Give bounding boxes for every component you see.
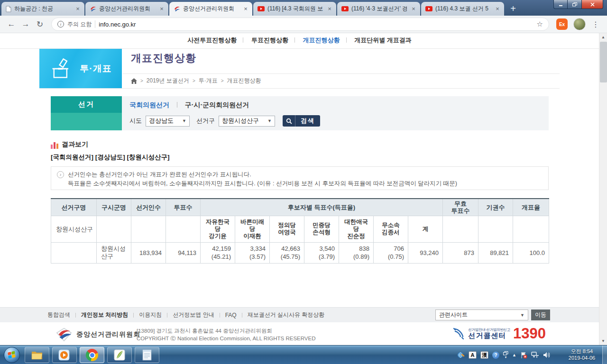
breadcrumb: > 2019년 보궐선거 > 투·개표 > 개표진행상황 xyxy=(131,77,261,85)
home-icon[interactable] xyxy=(131,78,137,84)
breadcrumb-item[interactable]: 2019년 보궐선거 xyxy=(147,77,189,85)
vote-pct: (45.21) xyxy=(201,253,231,261)
call-center-number: 1390 xyxy=(513,325,546,342)
browser-tab[interactable]: (116) 4.3 보궐 선거 5 × xyxy=(421,2,504,16)
col-header-invalid: 무효투표수 xyxy=(443,199,478,216)
results-table: 선거구명 구시군명 선거인수 투표수 후보자별 득표수(득표율) 무효투표수 기… xyxy=(51,198,549,264)
search-button[interactable]: 검색 xyxy=(283,115,320,127)
language-bar-icon[interactable] xyxy=(457,351,465,359)
browser-tab[interactable]: (116) '4·3 보궐선거' 경 × xyxy=(337,2,420,16)
back-icon[interactable]: ← xyxy=(5,18,18,31)
arrow-circle-icon: › xyxy=(57,171,64,178)
candidate-name: 진순정 xyxy=(339,233,373,240)
tab-local-council-election[interactable]: 구·시·군의회의원선거 xyxy=(185,101,249,109)
breadcrumb-item[interactable]: 개표진행상황 xyxy=(227,77,261,85)
action-center-flag-icon[interactable] xyxy=(520,352,527,359)
footer-link-privacy[interactable]: 개인정보 처리방침 xyxy=(81,311,128,319)
show-desktop-button[interactable] xyxy=(602,346,607,364)
footer-link-faq[interactable]: FAQ xyxy=(225,312,237,318)
tab-title: 하늘공간 : 천공 xyxy=(14,5,71,13)
footer-separator xyxy=(133,313,134,318)
candidate-name: 손석형 xyxy=(304,229,339,236)
go-button[interactable]: 이동 xyxy=(531,309,550,320)
ime-hanja-indicator[interactable]: 漢 xyxy=(480,351,488,359)
divider xyxy=(39,88,560,89)
scrollbar-thumb[interactable] xyxy=(600,42,607,82)
empty-cell xyxy=(513,216,549,242)
count-rate-cell: 100.0 xyxy=(513,242,549,263)
browser-tab[interactable]: 하늘공간 : 천공 × xyxy=(1,2,84,16)
taskbar-media-player-button[interactable] xyxy=(52,347,77,363)
scroll-down-icon[interactable]: ▼ xyxy=(599,337,607,345)
breadcrumb-item[interactable]: 투·개표 xyxy=(199,77,218,85)
taskbar-clock[interactable]: 오전 8:54 2019-04-06 xyxy=(563,348,600,361)
site-info-icon[interactable]: i xyxy=(57,21,64,27)
sido-select[interactable]: 경상남도▼ xyxy=(146,116,190,127)
vote-count: 3,540 xyxy=(304,245,335,253)
candidate-cell: 대한애국당진순정 xyxy=(339,216,374,242)
tab-close-icon[interactable]: × xyxy=(242,5,249,13)
network-icon[interactable] xyxy=(531,352,539,358)
windows-logo-icon xyxy=(8,351,16,359)
candidate-votes-cell: 42,663(45.75) xyxy=(270,242,304,263)
taskbar-explorer-button[interactable] xyxy=(25,347,49,363)
extension-icon[interactable]: Ex xyxy=(556,18,568,30)
volume-icon[interactable] xyxy=(543,352,550,358)
tab-close-icon[interactable]: × xyxy=(494,5,501,13)
chrome-icon xyxy=(86,349,98,361)
forward-icon[interactable]: → xyxy=(19,18,32,31)
empty-cell xyxy=(478,216,513,242)
tab-national-assembly-election[interactable]: 국회의원선거 xyxy=(129,101,169,109)
bookmark-star-icon[interactable]: ☆ xyxy=(537,20,543,28)
ime-english-indicator[interactable]: A xyxy=(469,351,477,359)
footer-link-search[interactable]: 통합검색 xyxy=(47,311,70,319)
minimize-button[interactable] xyxy=(553,0,568,9)
browser-tab[interactable]: 중앙선거관리위원회 × xyxy=(85,2,168,16)
district-select[interactable]: 창원시성산구▼ xyxy=(219,116,275,127)
omnibox[interactable]: i 주의 요함 info.nec.go.kr ☆ xyxy=(51,18,549,31)
tab-close-icon[interactable]: × xyxy=(410,5,417,13)
clock-time: 오전 8:54 xyxy=(563,348,600,355)
tab-close-icon[interactable]: × xyxy=(326,5,333,13)
taskbar-notepad-button[interactable] xyxy=(135,347,159,363)
url-text[interactable]: info.nec.go.kr xyxy=(99,21,533,28)
ime-options-icon[interactable]: ▼ xyxy=(503,351,508,359)
help-icon[interactable]: ? xyxy=(492,352,499,359)
vertical-scrollbar[interactable]: ▲ ▼ xyxy=(599,33,607,345)
footer-link-byelection-reasons[interactable]: 재보궐선거 실시사유 확정상황 xyxy=(248,311,325,319)
tab-title: 중앙선거관리위원회 xyxy=(183,5,239,13)
footer-link-app-guide[interactable]: 선거정보앱 안내 xyxy=(173,311,214,319)
restore-button[interactable] xyxy=(568,0,581,9)
related-sites-select[interactable]: 관련사이트▼ xyxy=(435,309,528,320)
col-header-count-rate: 개표율 xyxy=(513,199,549,216)
tab-title: (116) [4.3 국회의원 보 xyxy=(267,5,323,13)
profile-avatar[interactable] xyxy=(573,18,586,30)
nav-item-voting-status[interactable]: 투표진행상황 xyxy=(251,36,288,44)
close-button[interactable] xyxy=(581,0,603,9)
nav-item-counting-status[interactable]: 개표진행상황 xyxy=(303,36,340,44)
scroll-up-icon[interactable]: ▲ xyxy=(599,33,607,41)
browser-tab-active[interactable]: 중앙선거관리위원회 × xyxy=(169,2,252,16)
party-name: 바른미래당 xyxy=(239,218,266,233)
taskbar-chrome-button[interactable] xyxy=(80,347,104,363)
windows-taskbar: A 漢 ? ▼ ▲ 오전 8:54 xyxy=(0,345,607,364)
new-tab-button[interactable]: + xyxy=(507,2,519,15)
nav-separator xyxy=(346,37,347,43)
footer-link-terms[interactable]: 이용지침 xyxy=(139,311,162,319)
browser-tab[interactable]: (116) [4.3 국회의원 보 × xyxy=(253,2,336,16)
notice-box: › 선거인수는 총선거인수가 아닌 개표가 완료된 선거인수가 표시됩니다. 득… xyxy=(51,166,549,190)
nav-item-pre-voting-status[interactable]: 사전투표진행상황 xyxy=(187,36,237,44)
nav-item-counting-results[interactable]: 개표단위별 개표결과 xyxy=(354,36,412,44)
tab-close-icon[interactable]: × xyxy=(74,5,82,13)
tab-close-icon[interactable]: × xyxy=(158,5,166,13)
reload-icon[interactable]: ↻ xyxy=(33,18,46,31)
nec-logo-icon xyxy=(174,6,180,12)
col-header-electors: 선거인수 xyxy=(131,199,166,216)
start-button[interactable] xyxy=(4,347,20,363)
election-filter-panel: 국회의원선거 구·시·군의회의원선거 시도 경상남도▼ 선거구 창원시성산구▼ … xyxy=(122,96,549,130)
taskbar-image-editor-button[interactable] xyxy=(107,347,132,363)
candidate-votes-cell: 838(0.89) xyxy=(339,242,374,263)
browser-menu-icon[interactable]: ⋮ xyxy=(589,20,602,29)
media-player-icon xyxy=(58,349,71,361)
show-hidden-icons-chevron[interactable]: ▲ xyxy=(512,353,516,357)
